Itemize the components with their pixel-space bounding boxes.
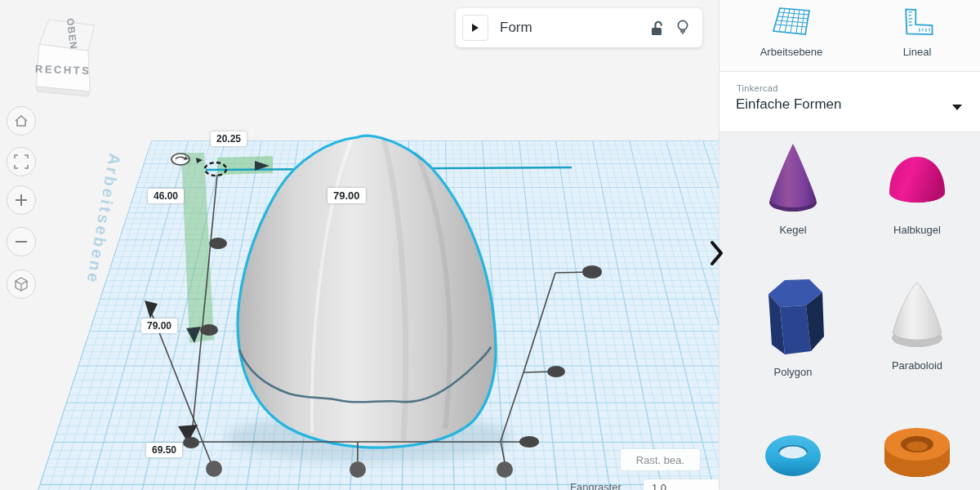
snap-grid-label: Fangraster — [570, 481, 621, 490]
shape-item-paraboloid[interactable]: Paraboloid — [860, 279, 974, 372]
ruler-band-vertical[interactable] — [181, 153, 214, 343]
view-cube-front-label: RECHTS — [35, 63, 91, 77]
shape-item-torus[interactable] — [736, 430, 850, 490]
triangle-right-icon — [472, 24, 479, 32]
home-view-button[interactable] — [7, 106, 36, 136]
collapse-panel-button[interactable] — [462, 15, 488, 41]
chevron-down-icon[interactable] — [952, 105, 962, 110]
tube-icon — [881, 421, 953, 482]
view-cube[interactable]: OBEN RECHTS — [28, 15, 101, 101]
shape-item-halbkugel[interactable]: Halbkugel — [860, 140, 974, 236]
tinkercad-app: Arbeitsebene — [0, 0, 980, 490]
dim-label-ruler-y[interactable]: 46.00 — [148, 189, 184, 203]
sidebar-tools-row: Arbeitsebene Lineal — [719, 0, 980, 72]
library-category-dropdown[interactable]: Einfache Formen — [736, 96, 841, 113]
shape-label: Kegel — [736, 224, 850, 236]
perspective-toggle-button[interactable] — [7, 270, 36, 299]
shape-item-polygon[interactable]: Polygon — [736, 273, 850, 378]
dim-label-height[interactable]: 79.00 — [141, 318, 177, 333]
snap-grid-select[interactable]: 1.0 — [644, 479, 719, 490]
shape-gallery: Kegel Halbkugel — [719, 132, 980, 490]
panel-title: Form — [500, 20, 649, 36]
chevron-right-icon — [706, 238, 727, 268]
collapse-sidebar-chevron[interactable] — [706, 238, 727, 268]
perspective-toggle-icon — [12, 275, 30, 293]
shape-label: Paraboloid — [860, 359, 974, 372]
ruler-tool-button[interactable]: Lineal — [868, 5, 966, 58]
scene-overlay — [0, 0, 719, 490]
edit-grid-button[interactable]: Rast. bea. — [621, 449, 700, 470]
selected-shape-egg[interactable] — [238, 136, 496, 448]
shape-label: Polygon — [736, 366, 850, 378]
lightbulb-icon[interactable] — [676, 19, 689, 37]
ruler-tool-label: Lineal — [868, 46, 966, 58]
unlock-icon[interactable] — [649, 20, 665, 37]
shape-inspector-panel: Form — [456, 8, 702, 47]
zoom-out-button[interactable] — [7, 227, 36, 256]
hex-prism-icon — [759, 273, 827, 358]
dim-label-width[interactable]: 79.00 — [327, 188, 366, 203]
zoom-in-button[interactable] — [7, 185, 36, 215]
cone-icon — [767, 140, 819, 216]
fit-view-icon — [13, 154, 29, 170]
dim-label-depth[interactable]: 69.50 — [146, 443, 182, 457]
paraboloid-icon — [888, 279, 947, 351]
torus-icon — [762, 430, 824, 482]
workplane-icon — [772, 5, 811, 41]
ruler-icon — [899, 5, 935, 41]
library-brand-label: Tinkercad — [737, 83, 778, 93]
viewport-3d[interactable]: Arbeitsebene — [0, 0, 719, 490]
zoom-in-icon — [13, 192, 29, 208]
fit-view-button[interactable] — [7, 147, 36, 176]
zoom-out-icon — [13, 234, 29, 250]
dim-label-ruler-x[interactable]: 20.25 — [211, 131, 247, 146]
shapes-sidebar: Arbeitsebene Lineal Tinkercad Einfache F… — [719, 0, 980, 490]
shape-item-tube[interactable] — [860, 421, 974, 490]
workplane-tool-label: Arbeitsebene — [742, 46, 840, 58]
hemisphere-icon — [886, 150, 948, 216]
shape-library-row: Tinkercad Einfache Formen — [719, 72, 980, 132]
shape-item-kegel[interactable]: Kegel — [736, 140, 850, 236]
workplane-tool-button[interactable]: Arbeitsebene — [742, 5, 840, 58]
dimension-arrow — [145, 301, 158, 318]
home-icon — [13, 113, 29, 129]
shape-label: Halbkugel — [860, 224, 974, 236]
